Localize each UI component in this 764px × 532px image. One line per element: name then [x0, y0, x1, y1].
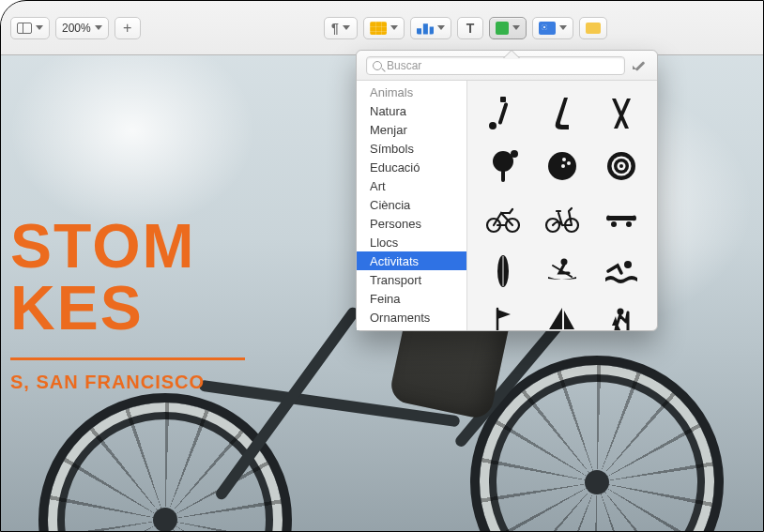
rowing-icon[interactable] [543, 252, 581, 290]
sailboat-icon[interactable] [543, 305, 581, 330]
svg-point-3 [493, 151, 513, 172]
subtitle: S, SAN FRANCISCO [10, 372, 245, 393]
draw-shape-button[interactable] [633, 58, 648, 73]
category-item[interactable]: Llocs [357, 233, 466, 251]
text-icon: T [466, 21, 475, 36]
paragraph-style-button[interactable]: ¶ [324, 17, 358, 39]
chevron-down-icon [512, 25, 520, 30]
plus-icon: + [123, 21, 131, 36]
hockey-stick-icon[interactable] [543, 95, 581, 132]
title-line-1: STOM [10, 215, 245, 277]
svg-rect-1 [498, 102, 509, 125]
toolbar: 200% + ¶ T [1, 1, 763, 55]
bowling-ball-icon[interactable] [543, 147, 581, 185]
category-item[interactable]: Ciència [357, 195, 466, 214]
view-menu-button[interactable] [10, 17, 50, 39]
app-window: 200% + ¶ T [0, 0, 764, 532]
category-item[interactable]: Persones [357, 214, 466, 233]
dartboard-icon[interactable] [603, 147, 640, 185]
svg-point-8 [567, 161, 571, 165]
insert-media-button[interactable] [532, 17, 573, 39]
document-title-block: STOM KES S, SAN FRANCISCO [10, 215, 245, 393]
svg-point-25 [624, 261, 632, 268]
search-icon [373, 61, 382, 70]
title-rule [10, 357, 245, 360]
svg-point-19 [611, 221, 617, 227]
svg-point-5 [511, 150, 518, 158]
hiker-icon[interactable] [603, 305, 640, 330]
category-item[interactable]: Menjar [357, 120, 466, 139]
golf-flag-icon[interactable] [484, 305, 522, 330]
insert-comment-button[interactable] [579, 17, 607, 39]
category-item[interactable]: Art [357, 176, 466, 195]
comment-icon [586, 23, 601, 34]
zoom-select[interactable]: 200% [55, 17, 109, 39]
cricket-bat-icon[interactable] [484, 95, 522, 132]
surfboard-icon[interactable] [484, 252, 522, 290]
chevron-down-icon [95, 25, 102, 30]
svg-point-7 [562, 158, 566, 161]
insert-textbox-button[interactable]: T [457, 17, 483, 39]
ski-poles-icon[interactable] [603, 95, 640, 132]
bicycle-mens-icon[interactable] [484, 200, 522, 237]
shape-category-list[interactable]: AnimalsNaturaMenjarSímbolsEducacióArtCiè… [357, 81, 467, 330]
chevron-down-icon [36, 25, 43, 30]
chevron-down-icon [343, 25, 350, 30]
category-item[interactable]: Transport [357, 270, 466, 289]
svg-point-9 [561, 164, 565, 168]
chevron-down-icon [390, 25, 398, 30]
svg-rect-4 [501, 170, 505, 182]
chevron-down-icon [437, 25, 445, 30]
search-placeholder: Buscar [387, 59, 421, 72]
category-item[interactable]: Animals [357, 83, 466, 101]
table-tennis-icon[interactable] [484, 147, 522, 185]
chart-icon [417, 22, 434, 35]
category-item[interactable]: Ornaments [357, 308, 466, 327]
insert-shape-button[interactable] [489, 17, 527, 39]
table-icon [370, 22, 387, 35]
media-icon [539, 22, 556, 35]
title-line-2: KES [10, 277, 245, 339]
shapes-search-input[interactable]: Buscar [366, 56, 625, 75]
pilcrow-icon: ¶ [331, 21, 339, 36]
skateboard-icon[interactable] [603, 200, 640, 237]
svg-point-20 [626, 221, 632, 227]
svg-point-14 [619, 164, 623, 168]
swimmer-icon[interactable] [603, 252, 640, 290]
chevron-down-icon [559, 25, 567, 30]
add-page-button[interactable]: + [115, 17, 141, 39]
shape-icon [496, 22, 509, 35]
bicycle-womens-icon[interactable] [543, 200, 581, 237]
insert-table-button[interactable] [363, 17, 405, 39]
svg-rect-0 [500, 97, 506, 102]
category-item[interactable]: Educació [357, 158, 466, 176]
insert-chart-button[interactable] [410, 17, 451, 39]
shape-grid[interactable] [467, 81, 657, 330]
zoom-value: 200% [62, 22, 91, 35]
svg-point-2 [489, 122, 497, 129]
category-item[interactable]: Natura [357, 101, 466, 120]
shapes-popover: Buscar AnimalsNaturaMenjarSímbolsEducaci… [356, 50, 658, 331]
shapes-popover-header: Buscar [357, 51, 657, 81]
category-item[interactable]: Activitats [357, 251, 466, 270]
category-item[interactable]: Feina [357, 289, 466, 308]
view-icon [17, 23, 32, 34]
category-item[interactable]: Símbols [357, 139, 466, 158]
